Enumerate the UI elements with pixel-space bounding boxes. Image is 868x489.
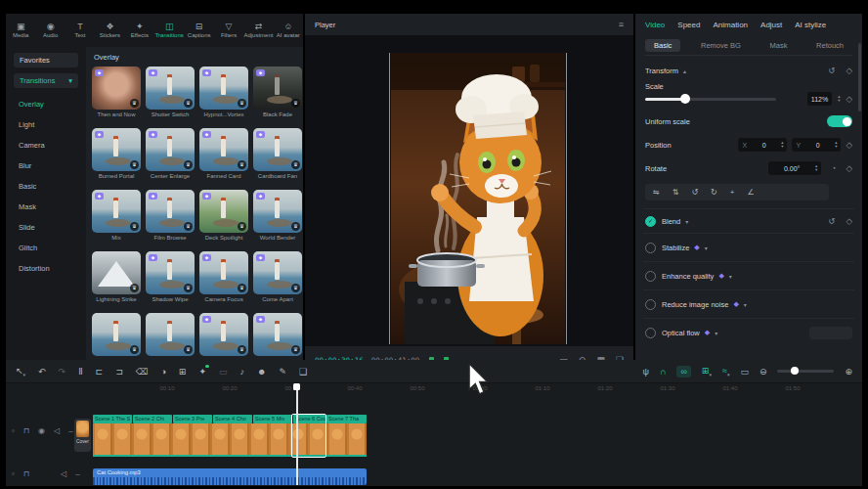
- transition-tile[interactable]: ♛: [146, 313, 195, 356]
- sidebar-item-blur[interactable]: Blur: [6, 156, 86, 176]
- lock-icon[interactable]: ⊓: [23, 469, 29, 478]
- transition-tile[interactable]: ◆♛Shadow Wipe: [146, 251, 195, 303]
- mute-icon[interactable]: ◁: [61, 469, 66, 478]
- scene-marker[interactable]: Scene 7 Tha: [326, 415, 367, 423]
- tilt-icon[interactable]: ∠: [747, 188, 754, 197]
- scene-marker[interactable]: Scene 3 Pre: [173, 415, 212, 423]
- sidebar-item-distortion[interactable]: Distortion: [6, 258, 86, 279]
- tab-video[interactable]: Video: [645, 21, 665, 29]
- transition-tile[interactable]: ◆♛Film Browse: [146, 190, 195, 242]
- position-y-input[interactable]: Y 0 ▴▾: [792, 138, 841, 152]
- reset-icon[interactable]: ↺: [828, 216, 835, 226]
- sidebar-item-mask[interactable]: Mask: [6, 197, 86, 217]
- track-style-icon[interactable]: ▫: [12, 469, 15, 478]
- portrait-matting-icon[interactable]: ☻: [257, 367, 266, 377]
- transition-tile[interactable]: ◆♛Mix: [92, 190, 141, 242]
- tab-adjust[interactable]: Adjust: [760, 21, 782, 29]
- transition-tile[interactable]: ◆♛Fanned Card: [199, 128, 248, 180]
- rotate-dial-icon[interactable]: ◔: [831, 163, 836, 173]
- trim-left-icon[interactable]: ⊏: [96, 367, 104, 377]
- smart-edit-icon[interactable]: ✦: [198, 367, 206, 377]
- transition-tile[interactable]: ◆♛Hypnot...Vortex: [199, 67, 248, 118]
- reduce-noise-checkbox[interactable]: [645, 299, 656, 310]
- record-display-icon[interactable]: ❑: [299, 367, 307, 377]
- transition-tile[interactable]: ♛: [92, 313, 141, 356]
- sidebar-item-basic[interactable]: Basic: [6, 176, 86, 197]
- transitions-group-button[interactable]: Transitions▾: [14, 73, 78, 88]
- transition-tile[interactable]: ◆♛: [199, 313, 248, 356]
- level-icon[interactable]: +: [730, 188, 735, 197]
- mirror-cast-icon[interactable]: ▭: [740, 367, 749, 377]
- tab-stickers[interactable]: ❖Stickers: [95, 22, 124, 39]
- scale-slider[interactable]: [645, 98, 776, 101]
- subtab-remove-bg[interactable]: Remove BG: [692, 39, 750, 52]
- transform-section-title[interactable]: Transform: [645, 67, 678, 75]
- track-style-icon[interactable]: ▫: [12, 426, 15, 435]
- collapse-icon[interactable]: ‒: [75, 469, 79, 478]
- flip-vertical-icon[interactable]: ⇅: [673, 188, 679, 197]
- transition-tile[interactable]: ◆♛Black Fade: [253, 67, 302, 118]
- split-icon[interactable]: Ⅱ: [78, 367, 82, 377]
- enhance-quality-checkbox[interactable]: [645, 271, 656, 282]
- scale-slider-knob[interactable]: [680, 94, 690, 104]
- position-x-input[interactable]: X 0 ▴▾: [738, 138, 787, 152]
- preview-axis-icon[interactable]: ⊞▾: [702, 366, 712, 378]
- tab-text[interactable]: TText: [65, 22, 95, 39]
- sidebar-item-camera[interactable]: Camera: [6, 135, 86, 156]
- auto-link-icon[interactable]: ∞: [676, 366, 690, 378]
- transition-tile[interactable]: ◆♛Camera Focus: [199, 251, 248, 303]
- position-y-stepper[interactable]: ▴▾: [835, 141, 837, 149]
- keyframe-icon[interactable]: ◇: [846, 216, 852, 226]
- blend-checkbox[interactable]: ✓: [645, 216, 656, 227]
- crop-icon[interactable]: ⊞: [179, 367, 187, 377]
- timeline-ruler[interactable]: 00:10 00:20 00:30 00:40 00:50 01:00 01:1…: [6, 382, 862, 398]
- keyframe-icon[interactable]: ◇: [846, 94, 852, 104]
- favorites-button[interactable]: Favorites: [14, 53, 78, 67]
- snapping-icon[interactable]: ∩: [660, 367, 666, 377]
- scene-marker[interactable]: Scene 4 Cho: [213, 415, 252, 423]
- redo-icon[interactable]: ↷: [59, 367, 66, 377]
- tab-adjustment[interactable]: ⇄Adjustment: [243, 22, 273, 39]
- keyframe-icon[interactable]: ◇: [846, 140, 852, 150]
- transition-tile[interactable]: ♛Lightning Strike: [92, 251, 141, 303]
- tab-transitions[interactable]: ◫Transitions: [154, 22, 184, 39]
- inspector-scrollbar[interactable]: [858, 43, 861, 111]
- timeline-zoom-slider[interactable]: [777, 370, 834, 373]
- tab-ai-avatar[interactable]: ☺AI avatar: [274, 22, 303, 39]
- rotate-stepper[interactable]: ▴▾: [815, 164, 817, 172]
- position-x-stepper[interactable]: ▴▾: [781, 141, 783, 149]
- player-menu-icon[interactable]: ≡: [619, 20, 624, 29]
- scene-marker[interactable]: Scene 5 Mix: [253, 415, 292, 423]
- playhead-handle[interactable]: [293, 383, 300, 390]
- select-tool-icon[interactable]: ↖▾: [16, 366, 25, 378]
- rotate-cw-icon[interactable]: ↻: [711, 188, 717, 197]
- flip-horizontal-icon[interactable]: ⇋: [653, 188, 660, 197]
- tab-speed[interactable]: Speed: [677, 21, 700, 29]
- keyframe-icon[interactable]: ◇: [846, 163, 852, 173]
- audio-track-clip[interactable]: Cat Cooking.mp3: [93, 468, 367, 485]
- tab-ai-stylize[interactable]: AI stylize: [795, 21, 826, 29]
- tab-captions[interactable]: ⊟Captions: [184, 22, 213, 39]
- keyframe-icon[interactable]: ◇: [846, 66, 852, 75]
- lock-icon[interactable]: ⊓: [23, 426, 29, 435]
- magic-tool-icon[interactable]: ✎: [279, 367, 286, 377]
- optical-flow-checkbox[interactable]: [645, 328, 656, 338]
- transition-tile[interactable]: ◆♛: [253, 313, 302, 356]
- cover-button[interactable]: Cover: [74, 419, 91, 452]
- mirror-icon[interactable]: ◑: [160, 367, 165, 377]
- video-right-handle[interactable]: [566, 53, 567, 344]
- tab-media[interactable]: ▣Media: [6, 22, 35, 39]
- transition-tile[interactable]: ◆♛Center Enlarge: [146, 128, 195, 180]
- subtab-mask[interactable]: Mask: [760, 39, 796, 52]
- transition-tile[interactable]: ◆♛Burned Portal: [92, 128, 141, 180]
- rotate-value-input[interactable]: 0.00° ▴▾: [768, 161, 821, 175]
- undo-icon[interactable]: ↶: [38, 367, 46, 377]
- transition-tile[interactable]: ◆♛Cardboard Fan: [253, 128, 302, 180]
- scene-marker[interactable]: Scene 1 The S: [93, 415, 132, 423]
- voiceover-mic-icon[interactable]: ψ: [643, 367, 649, 377]
- sidebar-item-light[interactable]: Light: [6, 114, 86, 135]
- scale-value-input[interactable]: 112%: [807, 92, 832, 106]
- transition-tile[interactable]: ◆♛Shutter Switch: [146, 67, 195, 118]
- scene-marker[interactable]: Scene 2 Chi: [133, 415, 172, 423]
- playhead[interactable]: [296, 383, 298, 485]
